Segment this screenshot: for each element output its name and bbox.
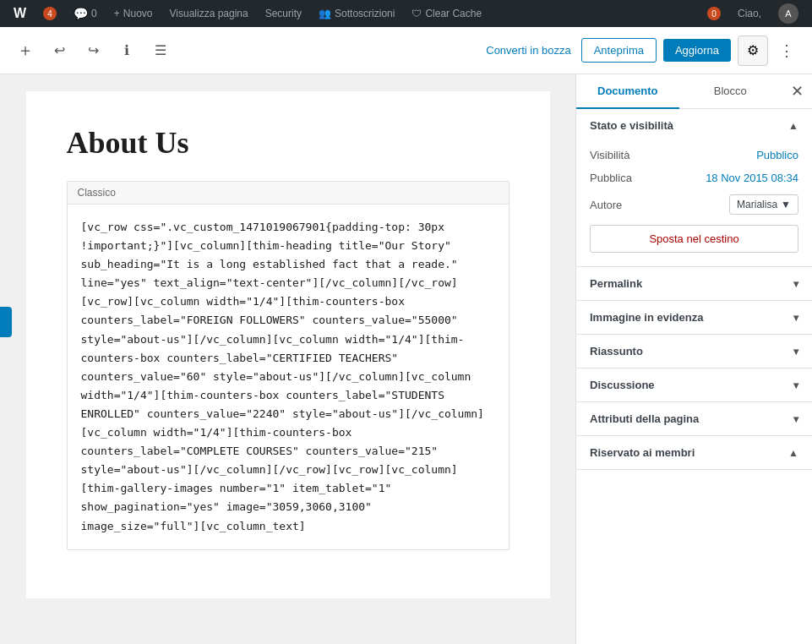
attributi-chevron: ▾ (793, 413, 798, 425)
info-button[interactable]: ℹ (112, 35, 142, 66)
clear-cache-item[interactable]: 🛡 Clear Cache (405, 0, 488, 27)
section-stato-label: Stato e visibilità (590, 119, 673, 132)
sidebar-panel: Documento Blocco ✕ Stato e visibilità ▲ … (575, 74, 812, 644)
section-stato: Stato e visibilità ▲ Visibilità Pubblico… (576, 109, 812, 267)
section-attributi-label: Attributi della pagina (590, 412, 699, 425)
updates-badge: 4 (43, 7, 57, 20)
avatar[interactable]: A (771, 0, 805, 27)
update-button[interactable]: Aggiorna (663, 39, 731, 62)
section-immagine-header[interactable]: Immagine in evidenza ▾ (576, 301, 812, 334)
section-permalink-label: Permalink (590, 277, 642, 290)
tab-blocco[interactable]: Blocco (679, 74, 782, 109)
page-title: About Us (67, 125, 510, 161)
settings-button[interactable]: ⚙ (738, 35, 768, 66)
notification-item[interactable]: 0 (700, 0, 728, 27)
preview-button[interactable]: Anteprima (581, 38, 657, 63)
permalink-chevron: ▾ (793, 278, 798, 290)
sidebar-tabs: Documento Blocco ✕ (576, 74, 812, 109)
editor-content: About Us Classico [vc_row css=".vc_custo… (26, 91, 550, 598)
editor-toolbar: ＋ ↩ ↪ ℹ ☰ Converti in bozza Anteprima Ag… (0, 27, 812, 74)
tab-documento[interactable]: Documento (576, 74, 679, 109)
section-riassunto: Riassunto ▾ (576, 335, 812, 368)
comments-item[interactable]: 💬 0 (67, 0, 104, 27)
section-discussione-header[interactable]: Discussione ▾ (576, 368, 812, 401)
cestino-button[interactable]: Sposta nel cestino (590, 225, 798, 253)
nuovo-item[interactable]: + Nuovo (107, 0, 160, 27)
section-permalink-header[interactable]: Permalink ▾ (576, 267, 812, 300)
sottoscrizioni-item[interactable]: 👥 Sottoscrizioni (312, 0, 401, 27)
blue-accent-handle[interactable] (0, 307, 12, 337)
visualizza-item[interactable]: Visualizza pagina (163, 0, 255, 27)
riservato-chevron: ▲ (788, 447, 798, 459)
autore-label: Autore (590, 199, 622, 211)
redo-button[interactable]: ↪ (78, 35, 108, 66)
classic-block-content[interactable]: [vc_row css=".vc_custom_1471019067901{pa… (68, 205, 509, 549)
updates-item[interactable]: 4 (36, 0, 63, 27)
pubblica-row: Pubblica 18 Nov 2015 08:34 (590, 172, 798, 184)
section-discussione-label: Discussione (590, 379, 655, 391)
convert-draft-button[interactable]: Converti in bozza (479, 44, 577, 57)
autore-row: Autore Marialisa ▼ (590, 194, 798, 215)
section-discussione: Discussione ▾ (576, 368, 812, 402)
section-stato-body: Visibilità Pubblico Pubblica 18 Nov 2015… (576, 142, 812, 266)
section-riassunto-label: Riassunto (590, 345, 643, 357)
list-view-button[interactable]: ☰ (145, 35, 176, 66)
autore-select[interactable]: Marialisa ▼ (729, 194, 798, 215)
more-options-button[interactable]: ⋮ (771, 35, 802, 66)
section-permalink: Permalink ▾ (576, 267, 812, 301)
visibilita-value[interactable]: Pubblico (756, 149, 798, 161)
pubblica-label: Pubblica (590, 172, 632, 184)
notification-badge: 0 (707, 7, 721, 20)
section-immagine: Immagine in evidenza ▾ (576, 301, 812, 335)
admin-bar: W 4 💬 0 + Nuovo Visualizza pagina Securi… (0, 0, 812, 27)
stato-chevron-up: ▲ (788, 120, 798, 132)
discussione-chevron: ▾ (793, 379, 798, 391)
section-riassunto-header[interactable]: Riassunto ▾ (576, 335, 812, 368)
security-item[interactable]: Security (259, 0, 308, 27)
autore-chevron: ▼ (781, 199, 791, 210)
visibilita-label: Visibilità (590, 149, 629, 161)
editor-area[interactable]: About Us Classico [vc_row css=".vc_custo… (0, 74, 575, 644)
section-riservato-header[interactable]: Riservato ai membri ▲ (576, 436, 812, 469)
ciao-item[interactable]: Ciao, (731, 0, 768, 27)
section-stato-header[interactable]: Stato e visibilità ▲ (576, 109, 812, 142)
autore-value: Marialisa (737, 199, 777, 210)
sidebar-close-button[interactable]: ✕ (782, 76, 812, 106)
visibilita-row: Visibilità Pubblico (590, 149, 798, 161)
pubblica-date[interactable]: 18 Nov 2015 08:34 (706, 172, 798, 184)
section-attributi-header[interactable]: Attributi della pagina ▾ (576, 402, 812, 435)
section-attributi: Attributi della pagina ▾ (576, 402, 812, 436)
immagine-chevron: ▾ (793, 312, 798, 324)
add-block-button[interactable]: ＋ (10, 35, 41, 66)
riassunto-chevron: ▾ (793, 346, 798, 357)
wp-logo[interactable]: W (7, 0, 33, 27)
section-immagine-label: Immagine in evidenza (590, 311, 703, 324)
section-riservato-label: Riservato ai membri (590, 446, 695, 459)
classic-block[interactable]: Classico [vc_row css=".vc_custom_1471019… (67, 181, 510, 550)
undo-button[interactable]: ↩ (44, 35, 74, 66)
section-riservato: Riservato ai membri ▲ (576, 436, 812, 470)
classic-block-label: Classico (68, 182, 509, 205)
main-layout: About Us Classico [vc_row css=".vc_custo… (0, 74, 812, 644)
